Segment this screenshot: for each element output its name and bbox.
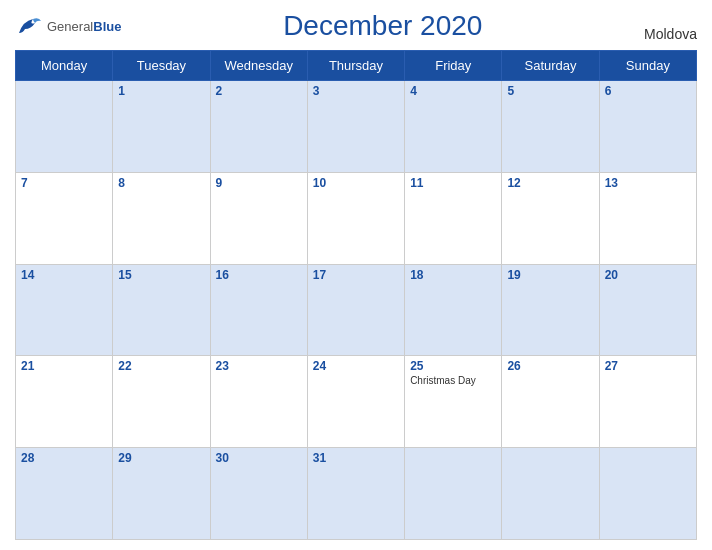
calendar-cell: 29 — [113, 448, 210, 540]
calendar-cell: 15 — [113, 264, 210, 356]
day-number: 22 — [118, 359, 204, 373]
day-number: 8 — [118, 176, 204, 190]
calendar-cell: 14 — [16, 264, 113, 356]
calendar-cell: 31 — [307, 448, 404, 540]
day-number: 19 — [507, 268, 593, 282]
calendar-cell: 23 — [210, 356, 307, 448]
calendar-week-row: 14151617181920 — [16, 264, 697, 356]
day-number: 3 — [313, 84, 399, 98]
calendar-cell: 30 — [210, 448, 307, 540]
calendar-cell: 12 — [502, 172, 599, 264]
weekday-header-row: MondayTuesdayWednesdayThursdayFridaySatu… — [16, 51, 697, 81]
calendar-cell: 16 — [210, 264, 307, 356]
calendar-cell — [502, 448, 599, 540]
weekday-header: Sunday — [599, 51, 696, 81]
day-number: 16 — [216, 268, 302, 282]
calendar-cell: 26 — [502, 356, 599, 448]
day-number: 30 — [216, 451, 302, 465]
calendar-cell: 1 — [113, 81, 210, 173]
logo-bird-icon — [15, 15, 43, 37]
day-number: 5 — [507, 84, 593, 98]
logo: GeneralBlue — [15, 15, 121, 37]
day-number: 2 — [216, 84, 302, 98]
calendar-week-row: 28293031 — [16, 448, 697, 540]
calendar-cell: 25Christmas Day — [405, 356, 502, 448]
country-label: Moldova — [644, 26, 697, 42]
calendar-cell: 24 — [307, 356, 404, 448]
calendar-cell: 6 — [599, 81, 696, 173]
calendar-week-row: 123456 — [16, 81, 697, 173]
weekday-header: Monday — [16, 51, 113, 81]
calendar-table: MondayTuesdayWednesdayThursdayFridaySatu… — [15, 50, 697, 540]
day-number: 20 — [605, 268, 691, 282]
weekday-header: Thursday — [307, 51, 404, 81]
day-number: 25 — [410, 359, 496, 373]
day-number: 24 — [313, 359, 399, 373]
day-number: 28 — [21, 451, 107, 465]
calendar-cell: 19 — [502, 264, 599, 356]
day-number: 4 — [410, 84, 496, 98]
day-number: 26 — [507, 359, 593, 373]
day-number: 31 — [313, 451, 399, 465]
day-number: 23 — [216, 359, 302, 373]
day-number: 6 — [605, 84, 691, 98]
calendar-cell: 18 — [405, 264, 502, 356]
day-number: 14 — [21, 268, 107, 282]
logo-text: GeneralBlue — [47, 17, 121, 35]
calendar-week-row: 78910111213 — [16, 172, 697, 264]
calendar-cell: 4 — [405, 81, 502, 173]
calendar-cell: 22 — [113, 356, 210, 448]
logo-blue: Blue — [93, 19, 121, 34]
day-number: 9 — [216, 176, 302, 190]
calendar-cell: 27 — [599, 356, 696, 448]
calendar-cell: 20 — [599, 264, 696, 356]
weekday-header: Wednesday — [210, 51, 307, 81]
holiday-label: Christmas Day — [410, 375, 496, 386]
calendar-cell: 2 — [210, 81, 307, 173]
calendar-cell: 3 — [307, 81, 404, 173]
calendar-cell — [405, 448, 502, 540]
day-number: 29 — [118, 451, 204, 465]
calendar-title: December 2020 — [283, 10, 482, 42]
calendar-cell: 13 — [599, 172, 696, 264]
logo-general: General — [47, 19, 93, 34]
weekday-header: Friday — [405, 51, 502, 81]
day-number: 1 — [118, 84, 204, 98]
calendar-cell — [599, 448, 696, 540]
day-number: 12 — [507, 176, 593, 190]
weekday-header: Tuesday — [113, 51, 210, 81]
weekday-header: Saturday — [502, 51, 599, 81]
day-number: 17 — [313, 268, 399, 282]
calendar-cell: 8 — [113, 172, 210, 264]
day-number: 27 — [605, 359, 691, 373]
day-number: 15 — [118, 268, 204, 282]
day-number: 11 — [410, 176, 496, 190]
calendar-week-row: 2122232425Christmas Day2627 — [16, 356, 697, 448]
calendar-cell: 17 — [307, 264, 404, 356]
calendar-cell: 28 — [16, 448, 113, 540]
calendar-cell: 21 — [16, 356, 113, 448]
day-number: 21 — [21, 359, 107, 373]
header: GeneralBlue December 2020 Moldova — [15, 10, 697, 42]
day-number: 10 — [313, 176, 399, 190]
calendar-cell: 5 — [502, 81, 599, 173]
day-number: 13 — [605, 176, 691, 190]
calendar-cell: 7 — [16, 172, 113, 264]
calendar-cell: 11 — [405, 172, 502, 264]
calendar-cell: 10 — [307, 172, 404, 264]
day-number: 7 — [21, 176, 107, 190]
calendar-cell: 9 — [210, 172, 307, 264]
day-number: 18 — [410, 268, 496, 282]
calendar-cell — [16, 81, 113, 173]
